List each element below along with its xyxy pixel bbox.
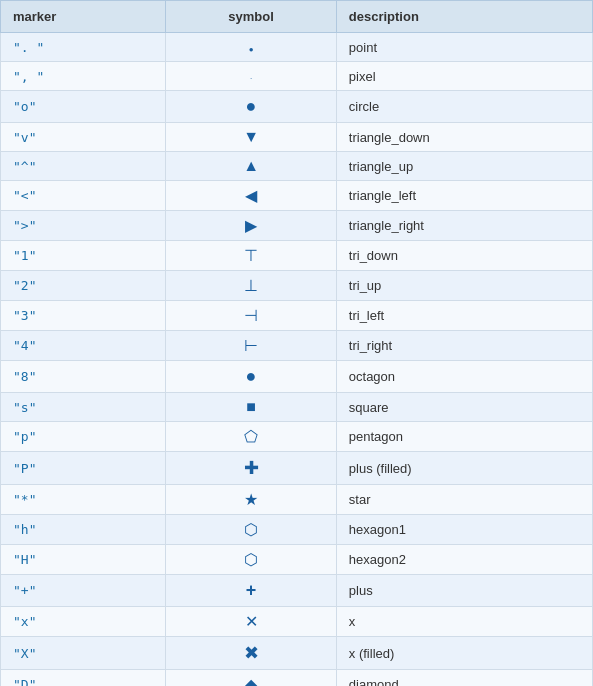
symbol-cell: ★ <box>166 485 336 515</box>
table-row: "h"⬡hexagon1 <box>1 515 593 545</box>
table-row: ", "·pixel <box>1 62 593 91</box>
marker-cell: "4" <box>1 331 166 361</box>
symbol-cell: ⊢ <box>166 331 336 361</box>
header-description: description <box>336 1 592 33</box>
table-row: "x"✕x <box>1 607 593 637</box>
table-row: "+"+plus <box>1 575 593 607</box>
table-row: ". "●point <box>1 33 593 62</box>
description-cell: pixel <box>336 62 592 91</box>
description-cell: tri_up <box>336 271 592 301</box>
description-cell: x <box>336 607 592 637</box>
marker-cell: ", " <box>1 62 166 91</box>
description-cell: plus (filled) <box>336 452 592 485</box>
marker-cell: "D" <box>1 670 166 687</box>
table-row: ">"▶triangle_right <box>1 211 593 241</box>
description-cell: point <box>336 33 592 62</box>
description-cell: square <box>336 393 592 422</box>
symbol-cell: · <box>166 62 336 91</box>
symbol-cell: ◀ <box>166 181 336 211</box>
description-cell: octagon <box>336 361 592 393</box>
symbol-cell: + <box>166 575 336 607</box>
table-row: "P"✚plus (filled) <box>1 452 593 485</box>
marker-cell: "o" <box>1 91 166 123</box>
table-row: "*"★star <box>1 485 593 515</box>
description-cell: tri_down <box>336 241 592 271</box>
symbol-cell: ● <box>166 91 336 123</box>
symbol-cell: ⊣ <box>166 301 336 331</box>
marker-cell: "H" <box>1 545 166 575</box>
table-row: "1"⊤tri_down <box>1 241 593 271</box>
symbol-cell: ⊤ <box>166 241 336 271</box>
marker-cell: "x" <box>1 607 166 637</box>
table-row: "o"●circle <box>1 91 593 123</box>
description-cell: pentagon <box>336 422 592 452</box>
description-cell: x (filled) <box>336 637 592 670</box>
marker-cell: "*" <box>1 485 166 515</box>
symbol-cell: ✕ <box>166 607 336 637</box>
marker-cell: "3" <box>1 301 166 331</box>
table-row: "<"◀triangle_left <box>1 181 593 211</box>
symbol-cell: ■ <box>166 393 336 422</box>
symbol-cell: ✚ <box>166 452 336 485</box>
marker-cell: "^" <box>1 152 166 181</box>
symbol-cell: ▲ <box>166 152 336 181</box>
marker-cell: ". " <box>1 33 166 62</box>
table-row: "p"⬠pentagon <box>1 422 593 452</box>
marker-cell: "X" <box>1 637 166 670</box>
description-cell: hexagon2 <box>336 545 592 575</box>
table-row: "D"◆diamond <box>1 670 593 687</box>
description-cell: plus <box>336 575 592 607</box>
marker-cell: "s" <box>1 393 166 422</box>
symbol-cell: ◆ <box>166 670 336 687</box>
description-cell: triangle_right <box>336 211 592 241</box>
marker-cell: "P" <box>1 452 166 485</box>
table-row: "v"▼triangle_down <box>1 123 593 152</box>
table-row: "3"⊣tri_left <box>1 301 593 331</box>
marker-cell: "p" <box>1 422 166 452</box>
symbol-cell: ● <box>166 361 336 393</box>
table-row: "H"⬡hexagon2 <box>1 545 593 575</box>
marker-cell: "<" <box>1 181 166 211</box>
description-cell: circle <box>336 91 592 123</box>
table-row: "8"●octagon <box>1 361 593 393</box>
marker-cell: ">" <box>1 211 166 241</box>
marker-cell: "1" <box>1 241 166 271</box>
description-cell: tri_left <box>336 301 592 331</box>
description-cell: hexagon1 <box>336 515 592 545</box>
symbol-cell: ⊥ <box>166 271 336 301</box>
symbol-cell: ▶ <box>166 211 336 241</box>
symbol-cell: ⬡ <box>166 545 336 575</box>
table-row: "4"⊢tri_right <box>1 331 593 361</box>
header-marker: marker <box>1 1 166 33</box>
description-cell: triangle_up <box>336 152 592 181</box>
symbol-cell: ✖ <box>166 637 336 670</box>
table-row: "s"■square <box>1 393 593 422</box>
symbol-cell: ● <box>166 33 336 62</box>
description-cell: tri_right <box>336 331 592 361</box>
header-symbol: symbol <box>166 1 336 33</box>
description-cell: diamond <box>336 670 592 687</box>
table-row: "^"▲triangle_up <box>1 152 593 181</box>
marker-cell: "8" <box>1 361 166 393</box>
table-row: "X"✖x (filled) <box>1 637 593 670</box>
symbol-cell: ▼ <box>166 123 336 152</box>
marker-cell: "2" <box>1 271 166 301</box>
symbol-cell: ⬡ <box>166 515 336 545</box>
symbol-cell: ⬠ <box>166 422 336 452</box>
table-row: "2"⊥tri_up <box>1 271 593 301</box>
marker-cell: "h" <box>1 515 166 545</box>
description-cell: triangle_down <box>336 123 592 152</box>
marker-cell: "+" <box>1 575 166 607</box>
description-cell: star <box>336 485 592 515</box>
marker-table: marker symbol description ". "●point", "… <box>0 0 593 686</box>
description-cell: triangle_left <box>336 181 592 211</box>
marker-cell: "v" <box>1 123 166 152</box>
